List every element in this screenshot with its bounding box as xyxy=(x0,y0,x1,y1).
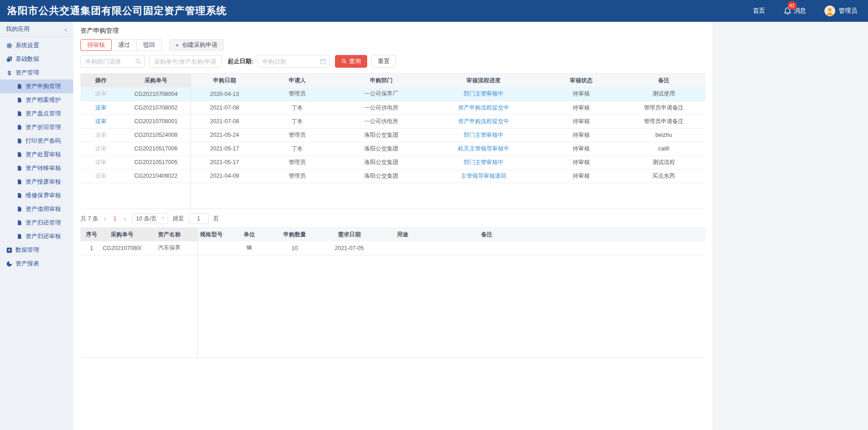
user-name: 管理员 xyxy=(839,7,858,15)
sidebar-item-print-barcode[interactable]: 打印资产条码 xyxy=(0,134,73,148)
po-cell: CG20210517006 xyxy=(121,142,190,155)
date-cell: 2021-04-09 xyxy=(190,169,259,183)
file-icon xyxy=(16,125,22,130)
sidebar-item-asset-scrap-audit[interactable]: 资产报废审核 xyxy=(0,175,73,189)
table-row[interactable]: 送审 CG20210409022 2021-04-09 管理员 洛阳公交集团 主… xyxy=(80,169,705,183)
messages-nav[interactable]: 41 消息 xyxy=(783,7,806,15)
submit-review-link[interactable]: 送审 xyxy=(95,118,107,125)
prev-page-button[interactable]: ‹ xyxy=(103,215,108,222)
keyword-input[interactable] xyxy=(149,55,222,68)
gear-icon xyxy=(6,43,12,49)
table-row[interactable]: 送审 CG20210524008 2021-05-24 管理员 洛阳公交集团 部… xyxy=(80,128,705,142)
sidebar-item-asset-inventory[interactable]: 资产盘点管理 xyxy=(0,107,73,120)
col-header-remark: 备注 xyxy=(423,228,550,241)
file-icon xyxy=(16,152,22,158)
sidebar-item-asset-reports[interactable]: 资产报表 xyxy=(0,257,73,270)
sidebar-item-asset-disposal-audit[interactable]: 资产处置审核 xyxy=(0,148,73,161)
sidebar: 我的应用 ‹ xyxy=(0,22,73,430)
create-purchase-button[interactable]: + 创建采购申请 xyxy=(169,39,224,51)
col-header-status: 审核状态 xyxy=(540,74,622,87)
po-cell: CG20210524008 xyxy=(121,128,190,142)
filter-row: 起止日期: 查询 重置 xyxy=(73,55,713,68)
pie-chart-icon xyxy=(6,261,12,267)
main-area: 资产申购管理 待审核 通过 驳回 + 创建采购申请 xyxy=(73,22,868,430)
next-page-button[interactable]: › xyxy=(123,215,128,222)
collapse-sidebar-icon[interactable]: ‹ xyxy=(65,25,67,33)
page-size-select[interactable]: 10 条/页 ∨ xyxy=(132,213,168,224)
purchase-date-input[interactable] xyxy=(257,55,330,68)
sidebar-item-data-management[interactable]: 数据管理 xyxy=(0,243,73,257)
dept-select-input[interactable] xyxy=(80,55,145,68)
table-row[interactable]: 送审 CG20210517005 2021-05-17 管理员 洛阳公交集团 部… xyxy=(80,155,705,169)
jump-page-input[interactable] xyxy=(189,213,209,224)
po-cell: CG20210517005 xyxy=(121,155,190,169)
submit-review-link[interactable]: 送审 xyxy=(95,173,107,179)
col-header-dept: 申购部门 xyxy=(336,74,427,87)
submit-review-link[interactable]: 送审 xyxy=(95,105,107,111)
sidebar-item-asset-borrow-audit[interactable]: 资产借用审核 xyxy=(0,202,73,216)
date-cell: 2021-07-08 xyxy=(190,101,259,115)
sidebar-item-basic-data[interactable]: 基础数据 xyxy=(0,52,73,66)
progress-link[interactable]: 机关主管领导审核中 xyxy=(458,145,509,152)
sidebar-item-asset-depreciation[interactable]: 资产折旧管理 xyxy=(0,120,73,134)
progress-link[interactable]: 资产申购流程提交中 xyxy=(458,118,509,125)
table-row[interactable]: 送审 CG20210517006 2021-05-17 丁冬 洛阳公交集团 机关… xyxy=(80,142,705,155)
submit-review-link[interactable]: 送审 xyxy=(95,132,107,138)
po-cell: CG20210708002 xyxy=(121,101,190,115)
submit-review-link[interactable]: 送审 xyxy=(95,159,107,165)
page-size-value: 10 条/页 xyxy=(136,215,157,223)
sidebar-item-system-settings[interactable]: 系统设置 xyxy=(0,39,73,52)
unit-cell: 辆 xyxy=(225,241,273,255)
sidebar-item-maintenance-audit[interactable]: 维修保养审核 xyxy=(0,189,73,202)
reset-button[interactable]: 重置 xyxy=(371,55,396,68)
nav-home-link[interactable]: 首页 xyxy=(753,7,765,15)
po-cell: CG20210708001 xyxy=(121,115,190,128)
col-header-po: 采购单号 xyxy=(121,74,190,87)
progress-link[interactable]: 部门主管审核中 xyxy=(464,159,504,165)
spec-cell xyxy=(197,241,225,255)
sidebar-item-asset-archive[interactable]: 资产档案维护 xyxy=(0,93,73,107)
sidebar-item-asset-purchase[interactable]: 资产申购管理 xyxy=(0,80,73,93)
sidebar-item-asset-transfer-audit[interactable]: 资产转移审核 xyxy=(0,161,73,175)
col-header-action: 操作 xyxy=(80,74,121,87)
total-count-label: 共 7 条 xyxy=(80,215,98,223)
sidebar-item-asset-management[interactable]: $ 资产管理 xyxy=(0,66,73,80)
query-button[interactable]: 查询 xyxy=(335,55,367,68)
chevron-down-icon: ∨ xyxy=(161,215,165,220)
action-cell: 送审 xyxy=(80,169,121,183)
table-row[interactable]: 送审 CG20210708004 2020-04-13 管理员 一公司保养厂 部… xyxy=(80,87,705,101)
date-cell: 2020-04-13 xyxy=(190,87,259,101)
tab-approved[interactable]: 通过 xyxy=(111,39,137,51)
sidebar-item-label: 资产处置审核 xyxy=(25,150,61,159)
progress-cell: 主管领导审核退回 xyxy=(427,169,540,183)
tab-pending[interactable]: 待审核 xyxy=(80,39,112,51)
user-menu[interactable]: 管理员 xyxy=(824,5,858,16)
progress-link[interactable]: 资产申购流程提交中 xyxy=(458,105,509,111)
action-cell: 送审 xyxy=(80,87,121,101)
main-layout: 我的应用 ‹ xyxy=(0,22,868,430)
fixed-column-divider xyxy=(197,228,198,357)
progress-cell: 资产申购流程提交中 xyxy=(427,101,540,115)
user-avatar-icon xyxy=(824,5,835,16)
asset-name-cell: 汽车保养 xyxy=(141,241,197,255)
table-row[interactable]: 送审 CG20210708002 2021-07-08 丁冬 一公司供电所 资产… xyxy=(80,101,705,115)
sidebar-item-label: 资产申购管理 xyxy=(25,82,61,90)
progress-link[interactable]: 主管领导审核退回 xyxy=(461,173,506,179)
sidebar-item-asset-return-audit[interactable]: 资产归还审核 xyxy=(0,230,73,243)
po-cell: CG20210409022 xyxy=(121,169,190,183)
submit-review-link[interactable]: 送审 xyxy=(95,90,107,97)
table-row[interactable]: 送审 CG20210708001 2021-07-08 丁冬 一公司供电所 资产… xyxy=(80,115,705,128)
bell-icon: 41 xyxy=(783,7,792,15)
progress-link[interactable]: 部门主管审核中 xyxy=(464,132,504,138)
progress-link[interactable]: 部门主管审核中 xyxy=(464,90,504,97)
sidebar-item-label: 基础数据 xyxy=(15,55,39,63)
detail-row[interactable]: 1 CG20210708004 汽车保养 辆 10 2021-07-05 xyxy=(80,241,705,255)
sidebar-item-asset-return-manage[interactable]: 资产归还管理 xyxy=(0,216,73,230)
applicant-cell: 丁冬 xyxy=(259,115,336,128)
action-cell: 送审 xyxy=(80,101,121,115)
plus-icon: + xyxy=(175,42,179,49)
submit-review-link[interactable]: 送审 xyxy=(95,145,107,152)
sidebar-item-label: 资产归还审核 xyxy=(25,232,61,240)
page-number-current[interactable]: 1 xyxy=(112,215,118,222)
tab-rejected[interactable]: 驳回 xyxy=(136,39,162,51)
